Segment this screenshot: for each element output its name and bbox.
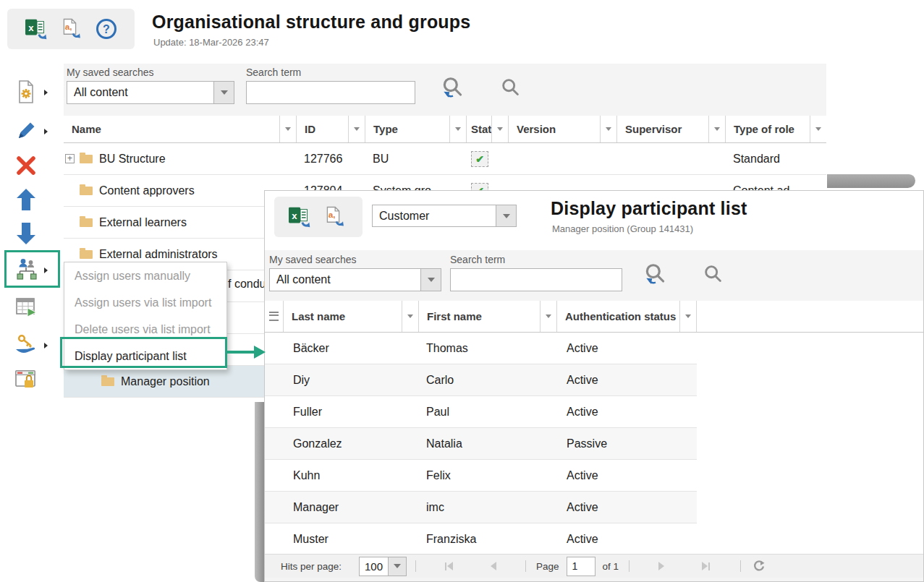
annotation-highlight-menu-item [60,337,227,368]
report-icon[interactable] [14,295,38,320]
saved-searches-select[interactable]: All content [269,268,441,291]
folder-icon [80,218,93,227]
column-filter-icon[interactable] [491,116,508,142]
search-term-input[interactable] [450,268,622,291]
column-filter-icon[interactable] [348,116,365,142]
refresh-icon[interactable] [753,560,766,573]
org-table-header: Name ID Type Status Version Supervisor T… [64,116,826,143]
column-filter-icon[interactable] [810,116,826,142]
saved-searches-label: My saved searches [67,67,154,78]
edit-submenu-arrow-icon[interactable] [44,129,48,134]
svg-text:a,: a, [329,210,336,219]
column-filter-icon[interactable] [402,301,418,332]
participant-row[interactable]: Fuller Paul Active [265,396,697,428]
previous-page-icon[interactable] [491,562,496,570]
dialog-bottom-strip [265,578,923,581]
svg-text:x: x [292,210,297,221]
next-page-icon[interactable] [658,562,664,570]
saved-searches-label: My saved searches [269,254,357,265]
screen: x a, ? Organisational structure an [0,0,924,582]
participant-row[interactable]: Manager imc Active [265,492,697,523]
saved-searches-value: All content [270,269,420,291]
folder-icon [101,377,114,386]
new-item-submenu-arrow-icon[interactable] [44,90,48,95]
page-title: Organisational structure and groups [152,12,470,33]
column-filter-icon[interactable] [279,116,296,142]
reset-search-icon[interactable] [440,75,466,101]
locked-window-icon[interactable] [14,367,38,392]
menu-item-assign-users-via-list-import[interactable]: Assign users via list import [64,289,226,316]
side-toolbar [0,64,64,582]
column-filter-icon[interactable] [449,116,466,142]
hits-per-page-select[interactable]: 100 [359,557,407,576]
svg-text:?: ? [103,23,110,35]
search-term-label: Search term [246,67,301,78]
column-header-supervisor[interactable]: Supervisor [617,116,726,142]
delete-icon[interactable] [14,153,38,178]
chevron-down-icon[interactable] [496,205,516,226]
export-to-text-icon[interactable]: a, [323,205,349,229]
participant-table-header: Last name First name Authentication stat… [265,301,923,333]
search-icon[interactable] [499,77,522,100]
chevron-down-icon[interactable] [420,269,441,291]
chevron-down-icon[interactable] [388,557,406,575]
help-icon[interactable]: ? [95,17,118,40]
column-header-first-name[interactable]: First name [419,301,557,332]
column-header-type-of-role[interactable]: Type of role [726,116,826,142]
first-page-icon[interactable] [445,562,453,570]
page-count-label: of 1 [603,561,619,572]
permissions-icon[interactable] [14,333,38,357]
export-to-text-icon[interactable]: a, [60,17,86,41]
page-label: Page [536,561,559,572]
status-checked-icon [471,151,488,167]
participant-row[interactable]: Bäcker Thomas Active [265,333,697,364]
folder-icon [80,187,93,195]
export-to-excel-icon[interactable]: x [287,205,315,229]
permissions-submenu-arrow-icon[interactable] [44,343,48,348]
dialog-subtitle: Manager position (Group 141431) [552,223,693,234]
search-icon[interactable] [702,263,725,286]
menu-item-assign-users-manually[interactable]: Assign users manually [64,262,226,289]
column-filter-icon[interactable] [540,301,556,332]
column-header-version[interactable]: Version [509,116,617,142]
column-header-last-name[interactable]: Last name [284,301,419,332]
hits-per-page-label: Hits per page: [281,561,342,572]
new-item-icon[interactable] [14,80,38,104]
participant-row[interactable]: Muster Franziska Active [265,523,697,555]
move-down-icon[interactable] [14,221,38,247]
chevron-down-icon[interactable] [213,82,234,103]
pagination-bar: Hits per page: 100 Page of 1 [265,554,923,578]
banner-toolbar: x a, ? [7,9,135,49]
column-filter-icon[interactable] [600,116,616,142]
edit-icon[interactable] [14,119,38,143]
column-header-status[interactable]: Status [467,116,509,142]
audience-value: Customer [373,205,496,226]
svg-text:x: x [28,22,34,33]
saved-searches-select[interactable]: All content [67,81,234,104]
participant-row[interactable]: Diy Carlo Active [265,364,697,396]
export-to-excel-icon[interactable]: x [24,17,51,41]
table-row-bu-structure[interactable]: BU Structure 127766 BU Standard [64,143,826,175]
column-header-authentication-status[interactable]: Authentication status [557,301,697,332]
page-number-input[interactable] [567,557,595,576]
expand-icon[interactable] [65,154,75,163]
search-term-input[interactable] [246,81,415,104]
display-participant-list-dialog: x a, Customer Displa [264,190,924,582]
column-filter-icon[interactable] [708,116,725,142]
move-up-icon[interactable] [14,187,38,213]
column-filter-icon[interactable] [679,301,696,332]
overlay-shadow-top [827,174,915,188]
dialog-search-panel: My saved searches All content Search ter… [265,250,923,301]
participant-row[interactable]: Kuhn Felix Active [265,460,697,492]
participant-row[interactable]: Gonzalez Natalia Passive [265,428,697,460]
last-page-icon[interactable] [702,562,710,570]
column-header-id[interactable]: ID [297,116,365,142]
annotation-arrow-line [227,351,255,354]
row-menu-icon[interactable] [265,301,284,332]
reset-search-icon[interactable] [643,262,669,288]
dialog-title: Display participant list [551,198,747,219]
column-header-type[interactable]: Type [365,116,467,142]
audience-select[interactable]: Customer [372,205,517,227]
page-update-timestamp: Update: 18-Mar-2026 23:47 [153,37,269,48]
column-header-name[interactable]: Name [64,116,297,142]
